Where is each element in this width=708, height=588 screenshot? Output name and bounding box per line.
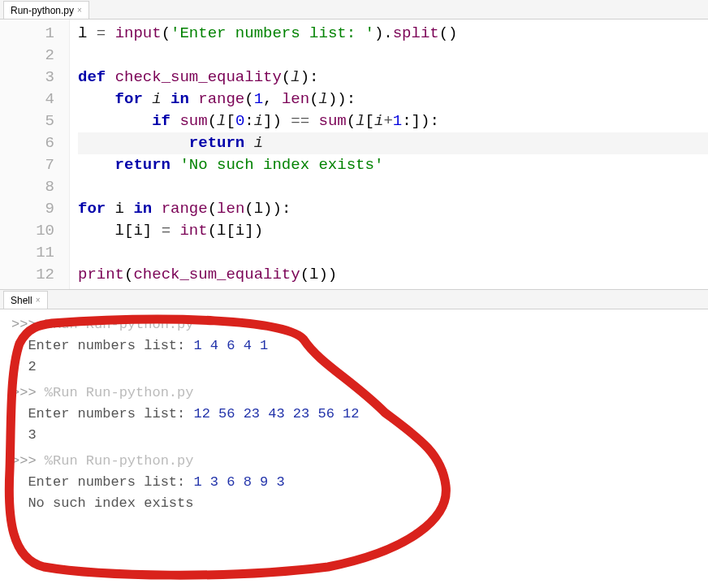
line-number: 9 [0,198,61,220]
code-line[interactable] [78,176,708,198]
code-line[interactable]: if sum(l[0:i]) == sum(l[i+1:]): [78,110,708,132]
line-number: 8 [0,176,61,198]
shell-line: Enter numbers list: 1 4 6 4 1 [11,335,702,357]
shell-output[interactable]: >>> %Run Run-python.py Enter numbers lis… [0,309,708,524]
line-number: 6 [0,132,61,154]
code-editor[interactable]: 123456789101112 l = input('Enter numbers… [0,19,708,289]
line-number: 10 [0,220,61,242]
shell-line: 3 [11,425,702,446]
close-icon[interactable]: × [77,6,82,15]
code-line[interactable]: def check_sum_equality(l): [78,67,708,89]
code-line[interactable] [78,45,708,67]
shell-tab[interactable]: Shell × [3,291,48,309]
code-line[interactable]: for i in range(1, len(l)): [78,89,708,110]
shell-tab-bar: Shell × [0,290,708,309]
line-number: 11 [0,242,61,264]
code-line[interactable]: return 'No such index exists' [78,154,708,176]
line-number: 5 [0,110,61,132]
code-line[interactable]: for i in range(len(l)): [78,198,708,220]
shell-line: >>> %Run Run-python.py [11,383,702,404]
editor-tab-label: Run-python.py [11,5,74,16]
line-number: 2 [0,45,61,67]
editor-tab-bar: Run-python.py × [0,0,708,19]
code-line[interactable]: return i [78,132,708,154]
code-line[interactable]: l[i] = int(l[i]) [78,220,708,242]
code-line[interactable]: print(check_sum_equality(l)) [78,264,708,286]
code-area[interactable]: l = input('Enter numbers list: ').split(… [70,19,708,289]
line-number: 4 [0,89,61,110]
shell-line: Enter numbers list: 1 3 6 8 9 3 [11,472,702,493]
close-icon[interactable]: × [36,296,41,305]
code-line[interactable] [78,242,708,264]
line-number: 3 [0,67,61,89]
code-line[interactable]: l = input('Enter numbers list: ').split(… [78,23,708,45]
shell-line: No such index exists [11,493,702,514]
shell-line: >>> %Run Run-python.py [11,314,702,335]
shell-line: >>> %Run Run-python.py [11,451,702,472]
shell-line: 2 [11,357,702,378]
shell-line: Enter numbers list: 12 56 23 43 23 56 12 [11,404,702,425]
shell-tab-label: Shell [11,295,32,306]
line-number-gutter: 123456789101112 [0,19,70,289]
editor-tab[interactable]: Run-python.py × [3,1,89,19]
line-number: 12 [0,264,61,286]
line-number: 1 [0,23,61,45]
line-number: 7 [0,154,61,176]
